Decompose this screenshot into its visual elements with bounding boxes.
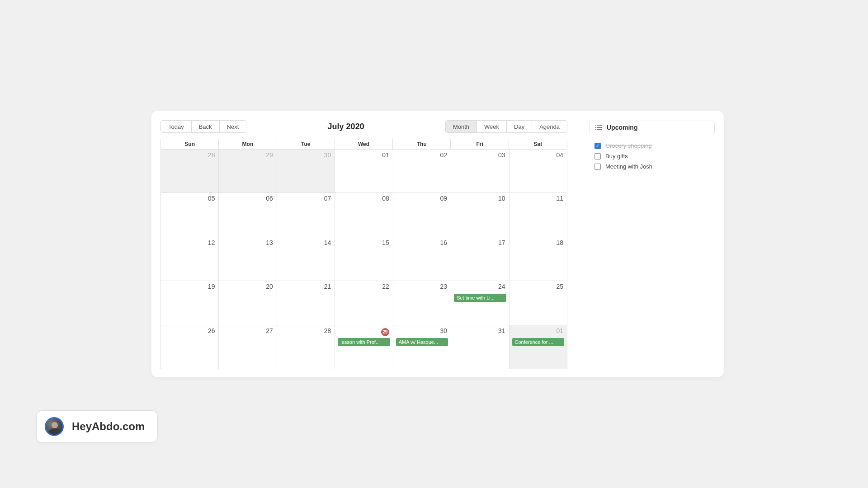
- back-button[interactable]: Back: [192, 121, 220, 132]
- upcoming-sidebar: Upcoming Grocery shoppingBuy giftsMeetin…: [589, 119, 715, 369]
- calendar-cell[interactable]: 12: [161, 237, 219, 281]
- calendar-cell[interactable]: 18: [509, 237, 567, 281]
- calendar-event[interactable]: AMA w/ Hasque...: [396, 338, 448, 346]
- calendar-cell[interactable]: 31: [451, 325, 509, 369]
- day-number: 27: [266, 327, 273, 334]
- day-number: 31: [498, 327, 505, 334]
- calendar-cell[interactable]: 04: [509, 149, 567, 193]
- day-number: 08: [382, 195, 389, 202]
- day-number: 16: [440, 239, 448, 246]
- day-number: 30: [440, 327, 448, 334]
- calendar-cell[interactable]: 07: [277, 193, 335, 237]
- calendar-title: July 2020: [328, 122, 364, 131]
- day-number: 21: [324, 283, 331, 290]
- brand-text: HeyAbdo.com: [72, 420, 145, 433]
- checkbox-icon[interactable]: [594, 153, 601, 160]
- calendar-cell[interactable]: 26: [161, 325, 219, 369]
- upcoming-title: Upcoming: [607, 124, 637, 131]
- day-number: 06: [266, 195, 273, 202]
- day-header: Fri: [451, 139, 509, 149]
- nav-group: Today Back Next: [160, 120, 246, 133]
- day-header: Sat: [509, 139, 567, 149]
- calendar-event[interactable]: Conference for ...: [512, 338, 564, 346]
- calendar-cell[interactable]: 06: [219, 193, 277, 237]
- day-header: Thu: [393, 139, 451, 149]
- next-button[interactable]: Next: [220, 121, 246, 132]
- day-number: 14: [324, 239, 331, 246]
- day-number: 18: [556, 239, 563, 246]
- today-badge: 29: [381, 328, 389, 336]
- calendar-cell[interactable]: 27: [219, 325, 277, 369]
- day-header: Mon: [219, 139, 277, 149]
- day-number: 24: [498, 283, 505, 290]
- calendar-cell[interactable]: 17: [451, 237, 509, 281]
- day-number: 01: [556, 327, 563, 334]
- calendar-cell[interactable]: 28: [161, 149, 219, 193]
- view-day-button[interactable]: Day: [507, 121, 532, 132]
- day-number: 28: [208, 151, 215, 159]
- day-number: 02: [440, 151, 448, 159]
- task-list: Grocery shoppingBuy giftsMeeting with Jo…: [589, 141, 715, 172]
- calendar-cell[interactable]: 15: [335, 237, 393, 281]
- calendar-cell[interactable]: 01Conference for ...: [509, 325, 567, 369]
- day-number: 12: [208, 239, 215, 246]
- day-number: 19: [208, 283, 215, 290]
- calendar-cell[interactable]: 02: [393, 149, 451, 193]
- calendar-cell[interactable]: 11: [509, 193, 567, 237]
- calendar-cell[interactable]: 28: [277, 325, 335, 369]
- day-number: 11: [556, 195, 563, 202]
- day-number: 25: [556, 283, 563, 290]
- avatar: [45, 417, 64, 436]
- calendar-cell[interactable]: 23: [393, 281, 451, 325]
- calendar-cell[interactable]: 25: [509, 281, 567, 325]
- day-header: Wed: [335, 139, 393, 149]
- day-header-row: SunMonTueWedThuFriSat: [160, 139, 567, 149]
- calendar-event[interactable]: Set time with Li...: [454, 294, 506, 302]
- calendar-cell[interactable]: 30: [277, 149, 335, 193]
- calendar-cell[interactable]: 16: [393, 237, 451, 281]
- day-number: 05: [208, 195, 215, 202]
- day-number: 13: [266, 239, 273, 246]
- view-agenda-button[interactable]: Agenda: [532, 121, 567, 132]
- today-button[interactable]: Today: [161, 121, 192, 132]
- upcoming-header[interactable]: Upcoming: [589, 121, 715, 134]
- calendar-cell[interactable]: 30AMA w/ Hasque...: [393, 325, 451, 369]
- svg-point-0: [595, 125, 596, 126]
- calendar-cell[interactable]: 22: [335, 281, 393, 325]
- day-number: 20: [266, 283, 273, 290]
- calendar-cell[interactable]: 05: [161, 193, 219, 237]
- calendar-cell[interactable]: 20: [219, 281, 277, 325]
- checkbox-icon[interactable]: [594, 164, 601, 170]
- day-number: 15: [382, 239, 389, 246]
- calendar-cell[interactable]: 03: [451, 149, 509, 193]
- day-number: 29: [266, 151, 273, 159]
- task-item[interactable]: Meeting with Josh: [589, 161, 715, 172]
- calendar-cell[interactable]: 13: [219, 237, 277, 281]
- brand-badge[interactable]: HeyAbdo.com: [36, 410, 158, 443]
- calendar-cell[interactable]: 21: [277, 281, 335, 325]
- calendar-cell[interactable]: 24Set time with Li...: [451, 281, 509, 325]
- calendar-cell[interactable]: 29: [219, 149, 277, 193]
- calendar-cell[interactable]: 14: [277, 237, 335, 281]
- calendar-grid: 2829300102030405060708091011121314151617…: [160, 149, 567, 369]
- day-number: 07: [324, 195, 331, 202]
- calendar-cell[interactable]: 01: [335, 149, 393, 193]
- calendar-card: Today Back Next July 2020 MonthWeekDayAg…: [151, 111, 724, 377]
- calendar-cell[interactable]: 10: [451, 193, 509, 237]
- view-week-button[interactable]: Week: [477, 121, 507, 132]
- view-month-button[interactable]: Month: [446, 121, 477, 132]
- calendar-cell[interactable]: 29lesson with Prof...: [335, 325, 393, 369]
- calendar-event[interactable]: lesson with Prof...: [338, 338, 390, 346]
- day-number: 26: [208, 327, 215, 334]
- calendar-cell[interactable]: 19: [161, 281, 219, 325]
- calendar-toolbar: Today Back Next July 2020 MonthWeekDayAg…: [160, 119, 567, 134]
- day-number: 17: [498, 239, 505, 246]
- checkbox-icon[interactable]: [594, 143, 601, 149]
- task-label: Grocery shopping: [605, 142, 652, 149]
- day-header: Tue: [277, 139, 335, 149]
- day-number: 30: [324, 151, 331, 159]
- calendar-cell[interactable]: 09: [393, 193, 451, 237]
- task-item[interactable]: Buy gifts: [589, 151, 715, 161]
- calendar-cell[interactable]: 08: [335, 193, 393, 237]
- task-item[interactable]: Grocery shopping: [589, 141, 715, 151]
